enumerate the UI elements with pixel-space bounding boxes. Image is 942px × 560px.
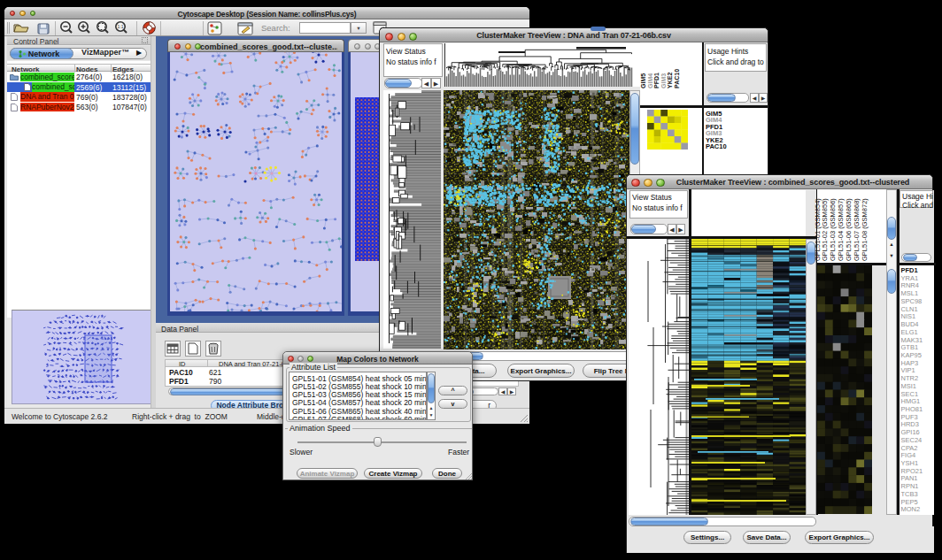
svg-text:GPL51-01 (GSM854): GPL51-01 (GSM854) (814, 198, 822, 261)
svg-text:GPL51-04 (GSM857): GPL51-04 (GSM857) (837, 198, 845, 261)
svg-text:GPL51-06 (GSM865): GPL51-06 (GSM865) (845, 198, 853, 261)
svg-text:1:1: 1:1 (118, 24, 124, 29)
svg-text:YKE2: YKE2 (667, 73, 673, 88)
svg-text:GIM5: GIM5 (640, 73, 646, 88)
svg-text:GPL51-07 (GSM868): GPL51-07 (GSM868) (853, 198, 861, 261)
svg-text:GPL51-03 (GSM856): GPL51-03 (GSM856) (829, 198, 837, 261)
svg-text:PFD1: PFD1 (653, 73, 660, 88)
svg-text:PAC10: PAC10 (674, 69, 680, 88)
svg-text:GPL51-08 (GSM872): GPL51-08 (GSM872) (861, 198, 869, 261)
svg-text:GPL51-02 (GSM855): GPL51-02 (GSM855) (821, 198, 829, 261)
svg-text:GIM4: GIM4 (647, 73, 653, 88)
svg-text:GIM3: GIM3 (660, 73, 667, 88)
